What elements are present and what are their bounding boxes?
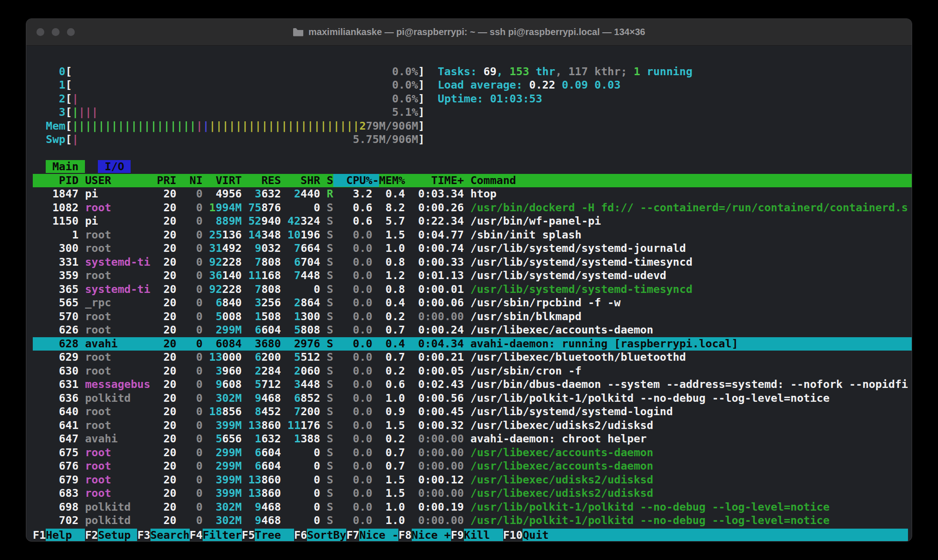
process-priority: 20 [150,392,177,405]
process-time: 0:00.45 [405,405,464,418]
process-nice: 0 [176,459,203,472]
process-row-1150[interactable]: 1150 pi 20 0 889M 52940 42324 S 0.6 5.7 … [33,214,912,228]
zoom-button-icon[interactable] [67,28,75,36]
fkey-setup[interactable]: F2Setup [85,529,137,542]
process-priority: 20 [150,256,177,268]
meter-value: 0.0% [392,78,418,91]
tab-main[interactable]: Main [46,160,85,173]
process-priority: 20 [150,487,177,500]
fkey-filter[interactable]: F4Filter [190,529,242,542]
process-row-365[interactable]: 365 systemd-ti 20 0 92228 7808 0 S 0.0 0… [33,283,912,297]
minimize-button-icon[interactable] [52,28,60,36]
process-row-675[interactable]: 675 root 20 0 299M 6604 0 S 0.0 0.7 0:00… [33,446,912,460]
process-mem: 0.8 [373,283,405,296]
process-nice: 0 [176,269,203,282]
process-row-647[interactable]: 647 avahi 20 0 5656 1632 1388 S 0.0 0.2 … [33,432,912,446]
process-row-636[interactable]: 636 polkitd 20 0 302M 9468 6852 S 0.0 1.… [33,392,912,405]
process-row-679[interactable]: 679 root 20 0 399M 13860 0 S 0.0 1.5 0:0… [33,473,912,487]
process-pid: 641 [33,419,85,432]
process-mem: 1.5 [373,419,405,432]
process-time: 0:00.56 [405,392,464,405]
process-row-629[interactable]: 629 root 20 0 13000 6200 5512 S 0.0 0.7 … [33,351,912,364]
process-nice: 0 [176,351,203,363]
column-header-virt[interactable]: VIRT [203,174,242,187]
fkey-sortby[interactable]: F6SortBy [294,529,346,542]
process-time: 0:22.34 [405,214,464,227]
process-row-565[interactable]: 565 _rpc 20 0 6840 3256 2864 S 0.0 0.4 0… [33,296,912,310]
column-header-mem[interactable]: MEM% [379,174,405,187]
process-mem: 1.5 [373,473,405,486]
process-row-628[interactable]: 628 avahi 20 0 6084 3680 2976 S 0.0 0.4 … [33,337,912,351]
process-nice: 0 [176,432,203,445]
column-header-res[interactable]: RES [242,174,281,187]
process-row-630[interactable]: 630 root 20 0 3960 2284 2060 S 0.0 0.2 0… [33,364,912,378]
process-user: root [85,487,150,500]
column-header-cpu-sorted[interactable]: CPU%- [333,174,379,187]
terminal-content[interactable]: 0[ 0.0%] Tasks: 69, 153 thr, 117 kthr; 1… [26,46,912,542]
fkey-tree[interactable]: F5Tree [242,529,294,542]
process-row-683[interactable]: 683 root 20 0 399M 13860 0 S 0.0 1.5 0:0… [33,487,912,500]
column-header-ni[interactable]: NI [176,174,203,187]
fkey-nice-[interactable]: F8Nice + [398,529,451,542]
process-priority: 20 [150,337,177,350]
process-time: 0:03.34 [405,187,464,200]
process-row-359[interactable]: 359 root 20 0 36140 11168 7448 S 0.0 1.2… [33,269,912,283]
process-row-1[interactable]: 1 root 20 0 25136 14348 10196 S 0.0 1.5 … [33,228,912,242]
fkey-search[interactable]: F3Search [137,529,189,542]
process-command: /usr/libexec/udisks2/udisksd [464,473,653,486]
column-header-pri[interactable]: PRI [150,174,177,187]
process-time: 0:00.00 [405,446,464,459]
process-mem: 8.2 [373,201,405,214]
desktop: { "window": { "title": "maximiliankaske … [0,0,938,560]
process-state: S [320,296,333,309]
process-row-641[interactable]: 641 root 20 0 399M 13860 11176 S 0.0 1.5… [33,419,912,433]
process-row-1847[interactable]: 1847 pi 20 0 4956 3632 2440 R 3.2 0.4 0:… [33,187,912,201]
fkey-quit[interactable]: F10Quit [503,529,562,542]
process-command: /usr/lib/polkit-1/polkitd --no-debug --l… [464,500,830,513]
process-state: S [320,283,333,296]
fkey-kill[interactable]: F9Kill [451,529,503,542]
column-header-pid[interactable]: PID [33,174,85,187]
process-row-631[interactable]: 631 messagebus 20 0 9608 5712 3448 S 0.0… [33,378,912,392]
process-row-626[interactable]: 626 root 20 0 299M 6604 5808 S 0.0 0.7 0… [33,323,912,337]
process-priority: 20 [150,378,177,391]
process-priority: 20 [150,214,177,227]
process-row-300[interactable]: 300 root 20 0 31492 9032 7664 S 0.0 1.0 … [33,242,912,256]
process-time: 0:04.77 [405,228,464,241]
process-cpu: 0.0 [333,256,373,268]
process-command: /usr/lib/systemd/systemd-journald [464,242,686,255]
process-pid: 626 [33,323,85,336]
process-nice: 0 [176,378,203,391]
process-priority: 20 [150,419,177,432]
column-header-user[interactable]: USER [85,174,150,187]
fkey-nice-[interactable]: F7Nice - [346,529,398,542]
process-user: root [85,228,150,241]
close-button-icon[interactable] [36,28,44,36]
process-pid: 1150 [33,214,85,227]
column-header-state[interactable]: S [320,174,333,187]
process-command: /usr/libexec/udisks2/udisksd [464,487,653,500]
process-pid: 640 [33,405,85,418]
process-state: S [320,432,333,445]
meter-bars: | [72,106,78,119]
process-priority: 20 [150,242,177,255]
column-header-time[interactable]: TIME+ [405,174,463,187]
column-header-shr[interactable]: SHR [281,174,320,187]
process-row-570[interactable]: 570 root 20 0 5008 1508 1300 S 0.0 0.2 0… [33,310,912,324]
process-row-698[interactable]: 698 polkitd 20 0 302M 9468 0 S 0.0 1.0 0… [33,500,912,514]
process-row-331[interactable]: 331 systemd-ti 20 0 92228 7808 6704 S 0.… [33,256,912,269]
column-header-command[interactable]: Command [464,174,516,187]
fkey-help[interactable]: F1Help [33,529,85,542]
uptime: Uptime: 01:03:53 [438,92,542,105]
process-cpu: 0.0 [333,392,373,405]
process-nice: 0 [176,500,203,513]
process-row-702[interactable]: 702 polkitd 20 0 302M 9468 0 S 0.0 1.0 0… [33,514,912,528]
process-row-676[interactable]: 676 root 20 0 299M 6604 0 S 0.0 0.7 0:00… [33,459,912,473]
process-cpu: 0.0 [333,473,373,486]
tab-io[interactable]: I/O [98,160,131,173]
process-row-1082[interactable]: 1082 root 20 0 1994M 75876 0 S 0.6 8.2 0… [33,201,912,215]
process-command: avahi-daemon: chroot helper [464,432,647,445]
process-row-640[interactable]: 640 root 20 0 18856 8452 7200 S 0.0 0.9 … [33,405,912,419]
tasks-summary: Tasks: 69, 153 thr, 117 kthr; 1 running [438,65,692,78]
process-user: root [85,473,150,486]
